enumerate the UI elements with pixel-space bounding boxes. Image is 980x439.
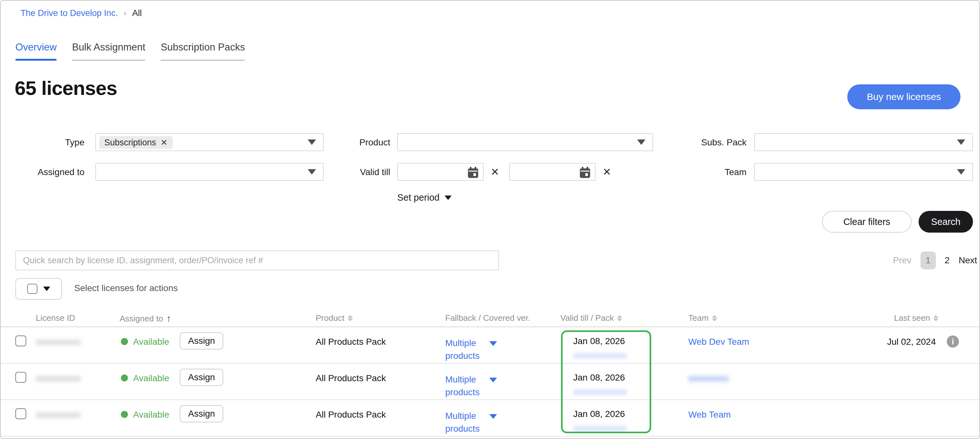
search-button[interactable]: Search bbox=[919, 211, 973, 233]
status-dot bbox=[121, 411, 128, 418]
pack-ref-blurred: xxxxxxxxxxxx bbox=[573, 387, 627, 397]
clear-date-icon[interactable]: ✕ bbox=[491, 167, 499, 177]
type-chip-subscriptions[interactable]: Subscriptions ✕ bbox=[99, 136, 173, 149]
last-seen-cell: Jul 02, 2024 bbox=[887, 337, 936, 347]
status-badge: Available bbox=[133, 337, 169, 347]
type-chip-label: Subscriptions bbox=[104, 138, 156, 147]
column-header-valid-till[interactable]: Valid till / Pack bbox=[560, 313, 622, 323]
pack-ref-blurred: xxxxxxxxxxxx bbox=[573, 350, 627, 360]
valid-till-date: Jan 08, 2026 bbox=[573, 409, 625, 419]
set-period-button[interactable]: Set period bbox=[397, 192, 452, 203]
valid-to-input[interactable] bbox=[509, 163, 595, 181]
buy-new-licenses-button[interactable]: Buy new licenses bbox=[847, 84, 961, 109]
status-dot bbox=[121, 374, 128, 382]
product-label: Product bbox=[340, 137, 390, 147]
breadcrumb: The Drive to Develop Inc. › All bbox=[21, 8, 142, 18]
team-link[interactable]: Web Team bbox=[688, 410, 731, 420]
chevron-down-icon bbox=[308, 170, 316, 175]
valid-till-date: Jan 08, 2026 bbox=[573, 336, 625, 346]
assign-button[interactable]: Assign bbox=[180, 332, 223, 350]
license-id-blurred: xxxxxxxxxx bbox=[36, 410, 81, 420]
page-title: 65 licenses bbox=[15, 77, 117, 99]
valid-till-label: Valid till bbox=[340, 167, 390, 178]
fallback-products-link[interactable]: Multiple products bbox=[445, 410, 496, 435]
valid-from-input[interactable] bbox=[397, 163, 484, 181]
set-period-label: Set period bbox=[397, 192, 439, 203]
pagination: Prev 1 2 Next bbox=[893, 250, 977, 270]
sort-icon[interactable] bbox=[712, 315, 717, 322]
table-row: xxxxxxxxxx Available Assign All Products… bbox=[1, 327, 979, 364]
breadcrumb-org-link[interactable]: The Drive to Develop Inc. bbox=[21, 8, 118, 18]
column-header-product[interactable]: Product bbox=[316, 313, 353, 323]
type-label: Type bbox=[39, 137, 84, 147]
table-header: License ID Assigned to ↑ Product Fallbac… bbox=[1, 309, 979, 326]
info-icon[interactable]: i bbox=[947, 336, 959, 348]
team-link[interactable]: Web Dev Team bbox=[688, 337, 749, 347]
column-header-last-seen[interactable]: Last seen bbox=[894, 313, 939, 323]
bulk-select-checkbox[interactable] bbox=[27, 284, 37, 294]
row-checkbox[interactable] bbox=[15, 408, 26, 419]
sort-icon[interactable] bbox=[933, 315, 939, 322]
row-divider bbox=[1, 436, 979, 436]
assigned-to-label: Assigned to bbox=[20, 167, 84, 178]
sort-asc-icon[interactable]: ↑ bbox=[166, 313, 171, 324]
product-cell: All Products Pack bbox=[316, 410, 386, 420]
chevron-down-icon[interactable] bbox=[489, 378, 497, 382]
assign-button[interactable]: Assign bbox=[180, 405, 223, 422]
assign-button[interactable]: Assign bbox=[180, 369, 223, 386]
subs-pack-label: Subs. Pack bbox=[682, 137, 746, 147]
team-blurred: xxxxxxxxx bbox=[688, 373, 729, 384]
column-header-assigned-to[interactable]: Assigned to ↑ bbox=[119, 313, 171, 324]
quick-search-input[interactable] bbox=[15, 250, 499, 270]
pagination-prev[interactable]: Prev bbox=[893, 255, 912, 266]
team-label: Team bbox=[682, 167, 746, 178]
column-header-team[interactable]: Team bbox=[688, 313, 717, 323]
license-id-blurred: xxxxxxxxxx bbox=[36, 337, 81, 347]
fallback-products-link[interactable]: Multiple products bbox=[445, 337, 496, 362]
chevron-down-icon bbox=[308, 139, 316, 145]
chevron-down-icon bbox=[445, 195, 452, 200]
tab-bar: Overview Bulk Assignment Subscription Pa… bbox=[15, 41, 245, 61]
table-row: xxxxxxxxxx Available Assign All Products… bbox=[1, 364, 979, 400]
bulk-select-button[interactable] bbox=[15, 278, 62, 300]
pack-ref-blurred: xxxxxxxxxxxx bbox=[573, 423, 627, 433]
tab-overview[interactable]: Overview bbox=[15, 41, 57, 61]
chevron-down-icon bbox=[43, 287, 50, 291]
product-cell: All Products Pack bbox=[316, 373, 386, 384]
breadcrumb-current: All bbox=[132, 8, 142, 18]
chevron-down-icon[interactable] bbox=[489, 414, 497, 419]
column-header-fallback: Fallback / Covered ver. bbox=[445, 313, 530, 323]
chip-remove-icon[interactable]: ✕ bbox=[161, 138, 168, 147]
clear-filters-button[interactable]: Clear filters bbox=[822, 211, 912, 233]
valid-till-date: Jan 08, 2026 bbox=[573, 372, 625, 383]
tab-bulk-assignment[interactable]: Bulk Assignment bbox=[72, 41, 145, 61]
status-badge: Available bbox=[133, 410, 169, 420]
chevron-down-icon[interactable] bbox=[489, 341, 497, 346]
assigned-to-select[interactable] bbox=[95, 163, 324, 181]
tab-subscription-packs[interactable]: Subscription Packs bbox=[161, 41, 245, 61]
sort-icon[interactable] bbox=[348, 315, 353, 322]
bulk-select-label: Select licenses for actions bbox=[74, 283, 178, 293]
license-id-blurred: xxxxxxxxxx bbox=[36, 373, 81, 384]
subs-pack-select[interactable] bbox=[754, 133, 973, 151]
chevron-down-icon bbox=[957, 170, 965, 175]
team-select[interactable] bbox=[754, 163, 973, 181]
pagination-page-1[interactable]: 1 bbox=[921, 252, 936, 269]
clear-date-icon[interactable]: ✕ bbox=[603, 167, 611, 177]
sort-icon[interactable] bbox=[617, 315, 622, 322]
page: The Drive to Develop Inc. › All Overview… bbox=[0, 0, 980, 439]
calendar-icon[interactable] bbox=[468, 167, 479, 178]
calendar-icon[interactable] bbox=[579, 167, 590, 178]
product-select[interactable] bbox=[397, 133, 653, 151]
chevron-down-icon bbox=[637, 139, 646, 145]
pagination-next[interactable]: Next bbox=[959, 255, 977, 266]
column-header-license-id: License ID bbox=[36, 313, 75, 323]
row-checkbox[interactable] bbox=[15, 372, 26, 383]
chevron-down-icon bbox=[957, 139, 965, 145]
type-select[interactable]: Subscriptions ✕ bbox=[95, 133, 324, 151]
row-checkbox[interactable] bbox=[15, 336, 26, 346]
status-badge: Available bbox=[133, 373, 169, 384]
product-cell: All Products Pack bbox=[316, 337, 386, 347]
pagination-page-2[interactable]: 2 bbox=[945, 255, 950, 266]
fallback-products-link[interactable]: Multiple products bbox=[445, 373, 496, 399]
